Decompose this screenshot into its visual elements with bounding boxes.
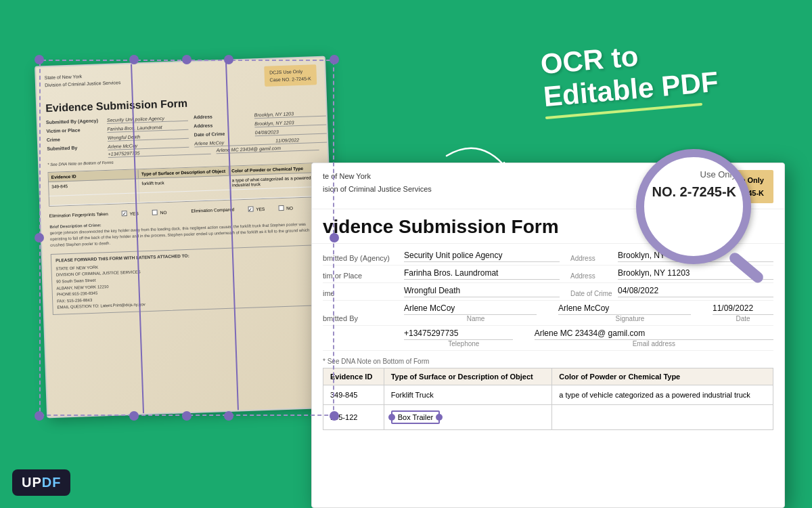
scanned-forward: PLEASE FORWARD THIS FORM WITH LATENTS AT… <box>51 245 325 315</box>
magnifier: Use Only NO. 2-7245-K <box>636 149 771 284</box>
bt-handle-left[interactable] <box>388 414 395 421</box>
email-sublabel: Email address <box>535 340 773 347</box>
table-cell-type-2: Box Trailer <box>384 405 552 430</box>
mag-use-only: Use Only <box>651 168 736 182</box>
editable-row-submitted: bmitted By Arlene McCoy Name Arlene McCo… <box>323 301 773 326</box>
editable-state: te of New York <box>323 170 432 183</box>
magnifier-content: Use Only NO. 2-7245-K <box>644 157 743 213</box>
email-value: Arlene MC 23434@ gamil.com <box>535 329 773 340</box>
agency-value: Security Unit police Agency <box>404 251 560 262</box>
editable-row-crime: ime Wrongful Death Date of Crime 04/08/2… <box>323 283 773 301</box>
signature-sublabel: Signature <box>558 315 702 322</box>
dna-note: * See DNA Note on Bottom of Form <box>312 355 784 368</box>
logo-text-df: DF <box>42 475 62 490</box>
editable-row-contact: +13475297735 Telephone Arlene MC 23434@ … <box>323 326 773 351</box>
victim-label: tim or Place <box>323 272 404 280</box>
box-trailer-text: Box Trailer <box>398 413 434 421</box>
address-label: Address <box>570 255 618 262</box>
table-cell-color-2 <box>552 405 773 430</box>
table-header-type: Type of Surface or Description of Object <box>384 368 552 385</box>
crime-label: ime <box>323 289 404 297</box>
victim-value: Farinha Bros. Laundromat <box>404 268 560 280</box>
table-row-2: 105-122 Box Trailer <box>323 405 773 430</box>
telephone-value: +13475297735 <box>404 329 513 340</box>
editable-header-left: te of New York ision of Criminal Justice… <box>323 170 432 203</box>
table-row-1: 349-845 Forklift Truck a type of vehicle… <box>323 385 773 405</box>
name-sublabel: Name <box>404 315 547 322</box>
telephone-sublabel: Telephone <box>404 340 524 347</box>
date-value: 11/09/2022 <box>713 303 773 315</box>
address-label2: Address <box>570 272 618 280</box>
magnifier-handle <box>727 251 765 285</box>
scanned-document: State of New York Division of Criminal J… <box>35 56 338 419</box>
editable-evidence-table: Evidence ID Type of Surface or Descripti… <box>323 368 773 430</box>
submitted-value: Arlene McCoy <box>404 303 537 315</box>
scanned-header-right: DCJS Use Only Case NO. 2-7245-K <box>264 64 317 87</box>
logo-text-up: UP <box>22 475 42 490</box>
editable-division: ision of Criminal Justice Services <box>323 183 432 196</box>
scanned-header-left: State of New York Division of Criminal J… <box>44 71 120 94</box>
crime-value: Wrongful Death <box>404 286 560 297</box>
table-cell-id-2: 105-122 <box>323 405 384 430</box>
updf-logo[interactable]: UPDF <box>12 469 70 496</box>
signature-value: Arlene McCoy <box>558 303 691 315</box>
date-sublabel: Date <box>713 315 773 322</box>
table-cell-color-1: a type of vehicle categorized as a power… <box>552 385 773 405</box>
box-trailer-highlight: Box Trailer <box>391 410 441 424</box>
table-header-color: Color of Powder or Chemical Type <box>552 368 773 385</box>
table-header-id: Evidence ID <box>323 368 384 385</box>
submitted-label: bmitted By <box>323 314 404 322</box>
doc-label: Date of Crime <box>570 290 618 297</box>
mag-case-no: NO. 2-7245-K <box>651 182 736 202</box>
magnifier-circle: Use Only NO. 2-7245-K <box>636 149 751 264</box>
scanned-evidence-table: Evidence ID Type of Surface or Descripti… <box>48 163 321 207</box>
doc-value: 04/08/2022 <box>618 286 773 297</box>
agency-label: bmitted By (Agency) <box>323 254 404 262</box>
table-cell-id-1: 349-845 <box>323 385 384 405</box>
scanned-case: Case NO. 2-7245-K <box>269 75 311 84</box>
table-cell-type-1: Forklift Truck <box>384 385 552 405</box>
bt-handle-right[interactable] <box>436 414 443 421</box>
arrow-decoration <box>440 142 521 199</box>
